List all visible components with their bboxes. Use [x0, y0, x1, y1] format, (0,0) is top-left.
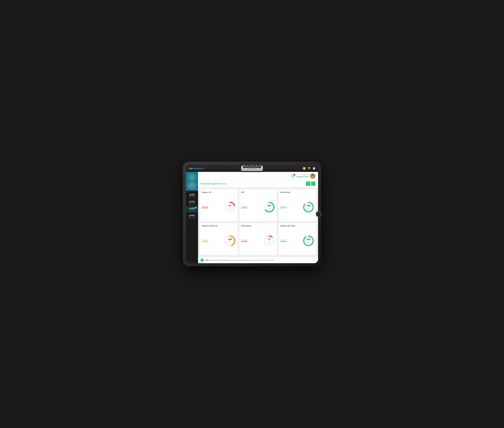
card-info: Next due in 5000KM	[202, 206, 208, 209]
service-card-break-pads: Break Pads ✎ Next due in 6000KM 248 days	[279, 189, 316, 222]
card-title: Check Belts	[241, 225, 252, 227]
next-due-km: 1400KM	[202, 241, 208, 242]
card-info: Next due in 2400KM	[241, 206, 248, 209]
days-unit: days	[268, 242, 271, 243]
welcome-text: Welcome Andrew Felix	[296, 174, 309, 178]
odo-digit-5: 2	[255, 165, 258, 168]
avatar: 🧑	[310, 173, 315, 179]
m6gran-icon	[188, 214, 196, 217]
top-bar: Car Service 2.0 0 1 4 2 2 7 ODO METER 📶 …	[186, 165, 318, 172]
days-unit: days	[268, 208, 271, 209]
bmw-icon	[188, 200, 196, 203]
next-due-label: Next due in	[280, 239, 287, 241]
next-due-label: Next due in	[202, 206, 208, 207]
odo-meter: 0 1 4 2 2 7 ODO METER	[241, 165, 263, 171]
car-title: Porsche Cayenne 2013	[201, 182, 227, 185]
sidebar-top: ⌕ +	[186, 172, 198, 191]
notification-icon[interactable]: 💬 8	[291, 174, 295, 178]
add-button[interactable]: +	[188, 182, 196, 189]
next-due-label: Next due in	[241, 206, 248, 207]
card-body: Next due in 1000KM 17 days	[241, 228, 275, 254]
card-edit-button[interactable]: ✎	[313, 191, 314, 193]
prev-arrow[interactable]: ‹	[306, 181, 310, 186]
svg-point-3	[193, 195, 194, 196]
donut-center: 326 days	[306, 238, 310, 244]
donut-center: 248 days	[306, 204, 310, 210]
card-edit-button[interactable]: ✎	[234, 225, 236, 227]
card-info: Next due in 1000KM	[241, 239, 248, 242]
svg-point-1	[190, 195, 190, 196]
car-title-bar: Porsche Cayenne 2013 ‹ ›	[198, 180, 318, 187]
logo-car: Car	[189, 167, 193, 170]
card-title: Replace Air Filter	[280, 225, 295, 227]
wifi-icon[interactable]: 📶	[303, 167, 306, 170]
days-number: 164	[267, 204, 271, 207]
card-header: Engine Oil ✎	[202, 191, 236, 193]
tips-label: Tips:	[205, 259, 209, 261]
card-body: Next due in 1400KM 105 days	[202, 228, 236, 254]
sidebar-item-bmw[interactable]: BMW 528i	[186, 199, 198, 206]
days-unit: days	[229, 242, 231, 243]
car-list: Mini Cooper BMW 528i	[186, 191, 198, 263]
logo-version: 2.0	[202, 168, 205, 170]
svg-point-9	[190, 209, 190, 210]
card-header: ATF ✎	[241, 191, 275, 193]
clipboard-icon[interactable]: 📋	[313, 167, 315, 170]
user-name: Andrew Felix	[296, 176, 309, 178]
days-unit: days	[307, 242, 310, 243]
card-header: Replace Break Oil ✎	[202, 225, 236, 227]
search-button[interactable]: ⌕	[188, 173, 196, 181]
app-logo: Car Service 2.0	[189, 167, 205, 170]
bulb-icon[interactable]: 💡	[308, 167, 311, 170]
cayenne-badge: 2	[195, 206, 197, 209]
nav-arrows: ‹ ›	[306, 181, 315, 186]
tips-next-arrow[interactable]: ›	[315, 259, 316, 262]
card-title: Break Pads	[280, 191, 290, 193]
donut-container: 42 days	[224, 201, 236, 213]
home-button-inner	[317, 212, 321, 216]
card-info: Next due in 5000KM	[280, 239, 287, 242]
mini-cooper-label: Mini Cooper	[189, 197, 195, 198]
days-number: 42	[229, 204, 231, 207]
donut-container: 17 days	[263, 235, 275, 247]
donut-container: 164 days	[263, 201, 275, 213]
home-button[interactable]	[316, 211, 322, 217]
sidebar-item-mini-cooper[interactable]: Mini Cooper	[186, 192, 198, 199]
svg-point-5	[190, 202, 190, 203]
content-area: 💬 8 Welcome Andrew Felix 🧑 Porsche Cayen…	[198, 172, 318, 263]
odo-digit-2: 1	[246, 165, 249, 168]
top-icons: 📶 💡 📋	[303, 167, 315, 170]
welcome-area: 💬 8 Welcome Andrew Felix 🧑	[291, 173, 315, 179]
sidebar-item-m6gran[interactable]: M6 Gran	[186, 213, 198, 219]
ipad-screen: Car Service 2.0 0 1 4 2 2 7 ODO METER 📶 …	[186, 165, 318, 263]
card-edit-button[interactable]: ✎	[273, 191, 275, 193]
sidebar-item-cayenne[interactable]: 2 Cayenne	[186, 206, 198, 213]
odo-digit-4: 2	[252, 165, 255, 168]
card-edit-button[interactable]: ✎	[313, 225, 314, 227]
odo-digit-3: 4	[249, 165, 252, 168]
card-title: Replace Break Oil	[202, 225, 218, 227]
next-due-label: Next due in	[280, 206, 287, 207]
donut-center: 105 days	[228, 238, 232, 244]
odo-digit-1: 0	[243, 165, 246, 168]
days-number: 105	[228, 238, 232, 240]
card-edit-button[interactable]: ✎	[234, 191, 236, 193]
svg-point-11	[194, 209, 194, 210]
odo-label: ODO METER	[243, 168, 261, 169]
card-edit-button[interactable]: ✎	[273, 225, 275, 227]
next-due-km: 2400KM	[241, 207, 248, 209]
odo-digits: 0 1 4 2 2 7	[243, 165, 261, 168]
tips-text: Tips: Clean brake dust off regularly - B…	[205, 259, 314, 261]
card-header: Break Pads ✎	[280, 191, 314, 193]
next-arrow[interactable]: ›	[311, 181, 315, 186]
donut-center: 42 days	[229, 204, 231, 210]
next-due-km: 5000KM	[280, 241, 287, 242]
next-due-label: Next due in	[241, 239, 248, 241]
next-due-km: 5000KM	[202, 207, 208, 209]
days-unit: days	[307, 208, 310, 209]
welcome-label: Welcome	[296, 174, 309, 176]
next-due-km: 1000KM	[241, 241, 248, 242]
ipad-frame: Car Service 2.0 0 1 4 2 2 7 ODO METER 📶 …	[183, 162, 321, 266]
next-due-label: Next due in	[202, 239, 208, 241]
mini-cooper-icon	[188, 193, 196, 197]
